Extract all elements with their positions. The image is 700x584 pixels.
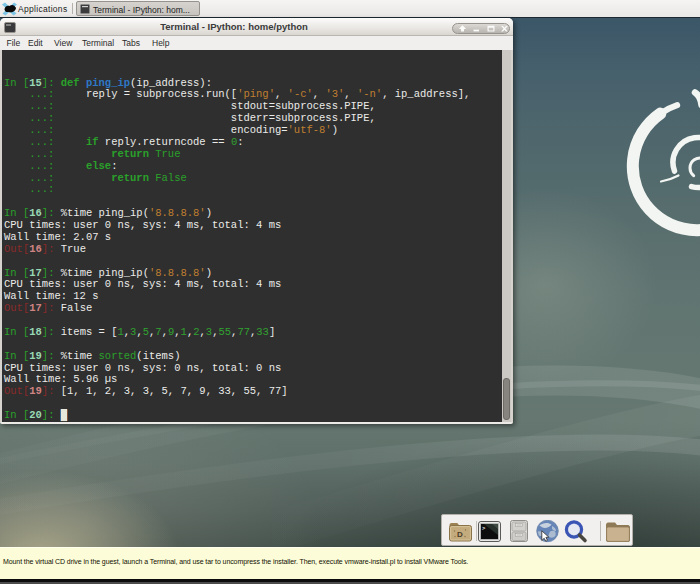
svg-text:D: D bbox=[457, 530, 463, 539]
